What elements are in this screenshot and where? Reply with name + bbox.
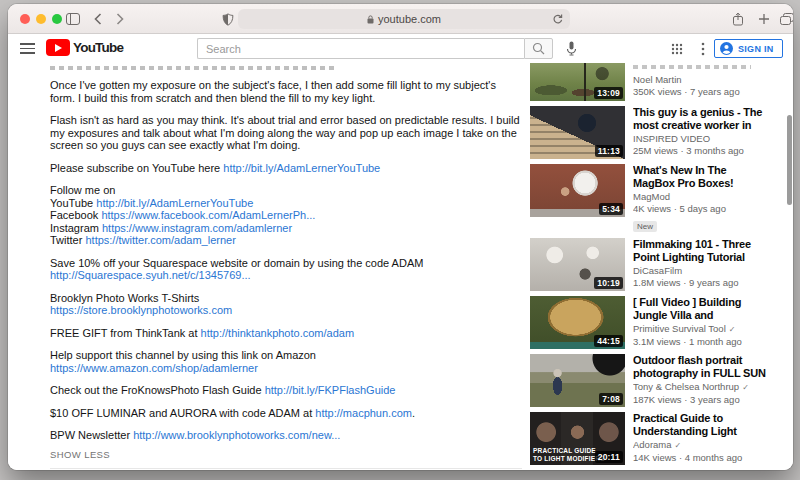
description-link[interactable]: https://twitter.com/adam_lerner [85, 234, 235, 246]
description-text: Once I've gotten my exposure on the subj… [50, 79, 496, 104]
description-text: Flash isn't as hard as you may think. It… [50, 114, 520, 151]
description-link[interactable]: http://thinktankphoto.com/adam [201, 327, 354, 339]
tab-overview-icon[interactable] [778, 4, 793, 34]
youtube-logo[interactable]: YouTube [46, 39, 123, 56]
video-thumbnail[interactable]: 5:34 [530, 164, 625, 217]
description-paragraph: Help support this channel by using this … [50, 349, 524, 374]
video-info: [ Full Video ] Building Jungle Villa and… [633, 296, 766, 349]
video-title: Filmmaking 101 - Three Point Lighting Tu… [633, 238, 766, 264]
window-minimize-button[interactable] [36, 14, 46, 24]
address-bar[interactable]: youtube.com [238, 9, 570, 29]
duration-badge: 5:34 [599, 203, 623, 215]
description-text: FREE GIFT from ThinkTank at [50, 327, 201, 339]
video-row[interactable]: 13:09Noel Martin350K views · 7 years ago [530, 63, 766, 101]
thumbnail-overlay-text: PRACTICAL GUIDE TO LIGHT MODIFIERS [533, 447, 605, 463]
channel-name: DiCasaFilm [633, 265, 766, 277]
video-title: Practical Guide to Understanding Light M… [633, 412, 766, 438]
description-text: Save 10% off your Squarespace website or… [50, 257, 423, 269]
microphone-icon[interactable] [564, 34, 578, 63]
video-info: Filmmaking 101 - Three Point Lighting Tu… [633, 238, 766, 291]
menu-icon[interactable] [20, 43, 35, 57]
video-info: What's New In The MagBox Pro Boxes!MagMo… [633, 164, 766, 233]
sidebar-toggle-icon[interactable] [64, 4, 82, 34]
video-row[interactable]: 5:34What's New In The MagBox Pro Boxes!M… [530, 164, 766, 233]
description-paragraph: Save 10% off your Squarespace website or… [50, 257, 524, 282]
clipped-text-line [50, 66, 338, 70]
description-link[interactable]: http://bit.ly/FKPFlashGuide [265, 384, 396, 396]
video-row[interactable]: 7:08Outdoor flash portrait photography i… [530, 354, 766, 407]
description-text: Instagram [50, 222, 102, 234]
description-text: Please subscribe on YouTube here [50, 162, 223, 174]
video-info: This guy is a genius - The most creative… [633, 106, 766, 159]
video-row[interactable]: 11:13This guy is a genius - The most cre… [530, 106, 766, 159]
description-text: Facebook [50, 209, 101, 221]
description-text: Brooklyn Photo Works T-Shirts [50, 292, 199, 304]
sign-in-label: SIGN IN [738, 44, 774, 54]
duration-badge: 11:13 [595, 145, 623, 157]
browser-toolbar: youtube.com [8, 4, 793, 34]
url-text: youtube.com [378, 13, 441, 25]
window-zoom-button[interactable] [52, 14, 62, 24]
description-link[interactable]: http://macphun.com [315, 407, 412, 419]
divider [50, 468, 522, 469]
show-less-button[interactable]: SHOW LESS [50, 449, 524, 462]
description-link[interactable]: http://Squarespace.syuh.net/c/1345769... [50, 269, 251, 281]
video-row[interactable]: 44:15[ Full Video ] Building Jungle Vill… [530, 296, 766, 349]
video-meta: 1.8M views · 9 years ago [633, 277, 766, 289]
description-paragraph: Once I've gotten my exposure on the subj… [50, 79, 524, 104]
channel-name: Adorama✓ [633, 439, 766, 452]
video-info: Noel Martin350K views · 7 years ago [633, 63, 766, 101]
page-content: Once I've gotten my exposure on the subj… [8, 63, 793, 470]
duration-badge: 44:15 [594, 335, 623, 347]
duration-badge: 20:11 [595, 451, 623, 463]
scrollbar-thumb[interactable] [787, 115, 792, 205]
window-close-button[interactable] [20, 14, 30, 24]
related-videos-list: 13:09Noel Martin350K views · 7 years ago… [530, 63, 766, 470]
verified-badge-icon: ✓ [742, 383, 749, 392]
video-thumbnail[interactable]: 7:08 [530, 354, 625, 407]
back-icon[interactable] [92, 4, 104, 34]
description-link[interactable]: http://www.brooklynphotoworks.com/new... [133, 429, 340, 441]
account-icon [720, 42, 733, 55]
description-link[interactable]: http://bit.ly/AdamLernerYouTube [223, 162, 380, 174]
video-meta: 14K views · 4 months ago [633, 452, 766, 464]
video-row[interactable]: 10:19Filmmaking 101 - Three Point Lighti… [530, 238, 766, 291]
apps-grid-icon[interactable] [670, 34, 684, 63]
channel-name: Tony & Chelsea Northrup✓ [633, 381, 766, 394]
description-text: Twitter [50, 234, 85, 246]
description-link[interactable]: http://bit.ly/AdamLernerYouTube [96, 197, 253, 209]
description-link[interactable]: https://www.amazon.com/shop/adamlerner [50, 362, 258, 374]
description-paragraph: $10 OFF LUMINAR and AURORA with code ADA… [50, 407, 524, 420]
description-text: Check out the FroKnowsPhoto Flash Guide [50, 384, 265, 396]
video-thumbnail[interactable]: 11:13 [530, 106, 625, 159]
video-thumbnail[interactable]: 44:15 [530, 296, 625, 349]
more-vertical-icon[interactable] [699, 34, 707, 63]
video-row[interactable]: PRACTICAL GUIDE TO LIGHT MODIFIERS20:11P… [530, 412, 766, 465]
new-tab-icon[interactable] [757, 4, 771, 34]
description-link[interactable]: https://www.instagram.com/adamlerner [102, 222, 292, 234]
clipped-title-sliver [633, 65, 751, 69]
forward-icon[interactable] [114, 4, 126, 34]
search-input[interactable] [197, 38, 524, 59]
search-button[interactable] [524, 38, 553, 59]
share-icon[interactable] [731, 4, 745, 34]
description-paragraph: Flash isn't as hard as you may think. It… [50, 114, 524, 152]
safari-window: youtube.com YouTube [8, 4, 793, 470]
description-link[interactable]: https://www.facebook.com/AdamLernerPh... [101, 209, 315, 221]
video-thumbnail[interactable]: PRACTICAL GUIDE TO LIGHT MODIFIERS20:11 [530, 412, 625, 465]
video-thumbnail[interactable]: 13:09 [530, 63, 625, 101]
lock-icon [367, 15, 374, 24]
new-badge: New [633, 221, 657, 232]
video-meta: 350K views · 7 years ago [633, 86, 766, 98]
description-text: . [412, 407, 415, 419]
video-thumbnail[interactable]: 10:19 [530, 238, 625, 291]
description-text: BPW Newsletter [50, 429, 133, 441]
description-paragraph: Follow me onYouTube http://bit.ly/AdamLe… [50, 184, 524, 247]
privacy-shield-icon[interactable] [220, 4, 236, 34]
sign-in-button[interactable]: SIGN IN [714, 39, 783, 58]
youtube-play-badge-icon [46, 39, 70, 56]
description-text: YouTube [50, 197, 96, 209]
description-link[interactable]: https://store.brooklynphotoworks.com [50, 304, 232, 316]
description-paragraph: Brooklyn Photo Works T-Shirtshttps://sto… [50, 292, 524, 317]
reload-icon[interactable] [552, 14, 563, 27]
